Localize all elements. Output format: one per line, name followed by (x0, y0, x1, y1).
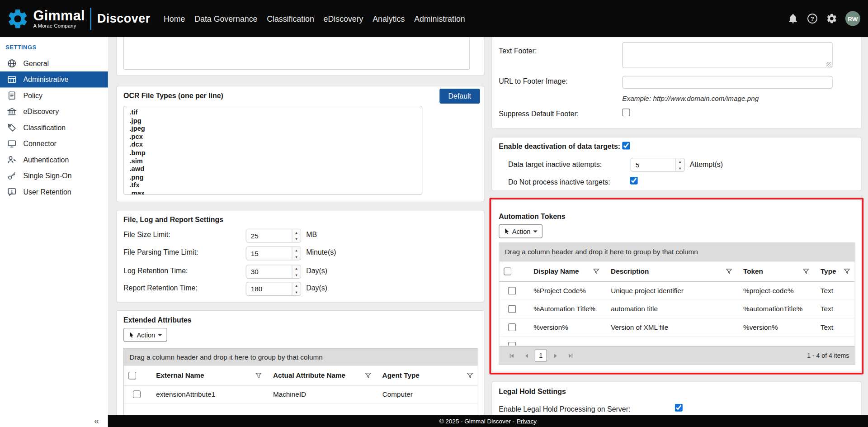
sidebar-item-label: Classification (23, 123, 66, 132)
spinner[interactable]: ▴▾ (292, 266, 301, 278)
settings-gear-icon[interactable] (826, 13, 838, 24)
enable-deactivation-checkbox[interactable] (622, 142, 630, 149)
sidebar-item-single-sign-on[interactable]: Single Sign-On (0, 168, 108, 184)
column-header-actual-attribute-name[interactable]: Actual Attribute Name (266, 365, 376, 385)
ocr-file-types-panel: OCR File Types (one per line) Default .t… (116, 86, 484, 202)
sidebar-collapse-button[interactable]: « (94, 416, 99, 426)
pager-next-icon[interactable] (550, 350, 562, 362)
filter-icon[interactable] (803, 268, 810, 275)
filter-icon[interactable] (255, 372, 262, 379)
table-row: %Automation Title% automation title %aut… (499, 300, 854, 318)
cell-external-name: extensionAttribute1 (149, 390, 266, 398)
nav-item-data-governance[interactable]: Data Governance (194, 14, 257, 23)
sidebar-item-label: Administrative (23, 76, 68, 84)
select-all-checkbox[interactable] (504, 267, 511, 275)
pager-last-icon[interactable] (565, 350, 577, 362)
column-header-token[interactable]: Token (736, 261, 814, 281)
pager-first-icon[interactable] (505, 350, 517, 362)
sidebar-item-general[interactable]: General (0, 55, 108, 71)
filter-icon[interactable] (467, 372, 473, 379)
spinner-up-icon[interactable]: ▴ (292, 266, 301, 272)
cropped-textarea[interactable] (123, 37, 470, 70)
file-size-limit-value[interactable] (246, 229, 292, 242)
spinner[interactable]: ▴▾ (292, 282, 301, 295)
cell-type: Text (814, 323, 854, 331)
row-checkbox[interactable] (133, 390, 141, 398)
nav-item-administration[interactable]: Administration (414, 14, 465, 23)
sidebar-item-connector[interactable]: Connector (0, 136, 108, 152)
group-by-bar: Drag a column header and drop it here to… (499, 243, 854, 261)
user-avatar[interactable]: RW (845, 11, 860, 26)
file-size-limit-input[interactable]: ▴▾ (246, 229, 301, 243)
sidebar-item-user-retention[interactable]: User Retention (0, 184, 108, 200)
pager-range-text: 1 - 4 of 4 items (807, 352, 849, 359)
spinner-down-icon[interactable]: ▾ (292, 253, 301, 260)
action-menu-button[interactable]: Action (499, 224, 542, 238)
inactive-attempts-input[interactable]: ▴▾ (631, 158, 685, 172)
sidebar-item-ediscovery[interactable]: eDiscovery (0, 104, 108, 120)
privacy-link[interactable]: Privacy (517, 418, 537, 424)
column-header-agent-type[interactable]: Agent Type (376, 365, 478, 385)
suppress-default-footer-checkbox[interactable] (622, 109, 630, 116)
filter-icon[interactable] (844, 268, 850, 275)
default-button[interactable]: Default (439, 89, 480, 104)
report-retention-value[interactable] (246, 282, 292, 295)
no-process-inactive-checkbox[interactable] (630, 177, 637, 185)
gimmal-logo[interactable]: Gimmal A Morae Company (6, 7, 85, 30)
filter-icon[interactable] (364, 372, 371, 379)
filter-icon[interactable] (726, 268, 732, 275)
row-checkbox[interactable] (508, 323, 516, 331)
spinner[interactable]: ▴▾ (292, 229, 301, 242)
cell-description: Unique project identifier (604, 287, 736, 294)
file-parsing-time-value[interactable] (246, 247, 292, 260)
main-content: OCR File Types (one per line) Default .t… (108, 37, 868, 427)
spinner[interactable]: ▴▾ (675, 158, 684, 171)
ocr-file-types-list[interactable]: .tif .jpg .jpeg .pcx .dcx .bmp .sim .awd… (123, 106, 422, 195)
spinner-down-icon[interactable]: ▾ (676, 165, 684, 171)
column-header-description[interactable]: Description (604, 261, 736, 281)
spinner-up-icon[interactable]: ▴ (292, 282, 301, 289)
inactive-attempts-value[interactable] (631, 158, 675, 171)
row-checkbox[interactable] (508, 342, 516, 346)
log-retention-label: Log Retention Time: (123, 266, 188, 275)
sidebar-item-administrative[interactable]: Administrative (0, 71, 108, 88)
spinner-up-icon[interactable]: ▴ (676, 158, 684, 165)
action-menu-button[interactable]: Action (123, 328, 167, 342)
pager-page-button[interactable]: 1 (535, 350, 547, 362)
log-retention-input[interactable]: ▴▾ (246, 265, 301, 279)
spinner-down-icon[interactable]: ▾ (292, 236, 301, 242)
nav-item-analytics[interactable]: Analytics (373, 14, 405, 23)
enable-legal-hold-checkbox[interactable] (675, 404, 683, 412)
product-name[interactable]: Discover (97, 11, 151, 26)
sidebar-item-authentication[interactable]: Authentication (0, 152, 108, 168)
column-header-external-name[interactable]: External Name (149, 365, 266, 385)
url-footer-image-label: URL to Footer Image: (499, 77, 567, 85)
file-parsing-time-input[interactable]: ▴▾ (246, 247, 301, 261)
report-retention-input[interactable]: ▴▾ (246, 282, 301, 296)
column-header-type[interactable]: Type (814, 261, 854, 281)
column-header-display-name[interactable]: Display Name (527, 261, 604, 281)
spinner-up-icon[interactable]: ▴ (292, 229, 301, 236)
spinner-down-icon[interactable]: ▾ (292, 272, 301, 278)
automation-tokens-grid: Drag a column header and drop it here to… (499, 242, 855, 365)
select-all-checkbox[interactable] (128, 371, 136, 379)
text-footer-textarea[interactable] (622, 42, 832, 68)
nav-item-classification[interactable]: Classification (267, 14, 314, 23)
log-retention-value[interactable] (246, 266, 292, 278)
spinner-up-icon[interactable]: ▴ (292, 247, 301, 253)
nav-item-home[interactable]: Home (164, 14, 185, 23)
filter-icon[interactable] (593, 268, 600, 275)
url-footer-image-input[interactable] (622, 76, 832, 89)
sidebar-item-policy[interactable]: Policy (0, 87, 108, 104)
pager-prev-icon[interactable] (520, 350, 532, 362)
spinner-down-icon[interactable]: ▾ (292, 289, 301, 295)
help-icon[interactable]: ? (807, 13, 818, 24)
sidebar-item-label: Authentication (23, 156, 69, 164)
sidebar-item-classification[interactable]: Classification (0, 119, 108, 136)
spinner[interactable]: ▴▾ (292, 247, 301, 260)
row-checkbox[interactable] (508, 287, 516, 294)
cell-description: automation title (604, 305, 736, 313)
nav-item-ediscovery[interactable]: eDiscovery (324, 14, 363, 23)
row-checkbox[interactable] (508, 305, 516, 313)
notifications-bell-icon[interactable] (787, 13, 799, 24)
